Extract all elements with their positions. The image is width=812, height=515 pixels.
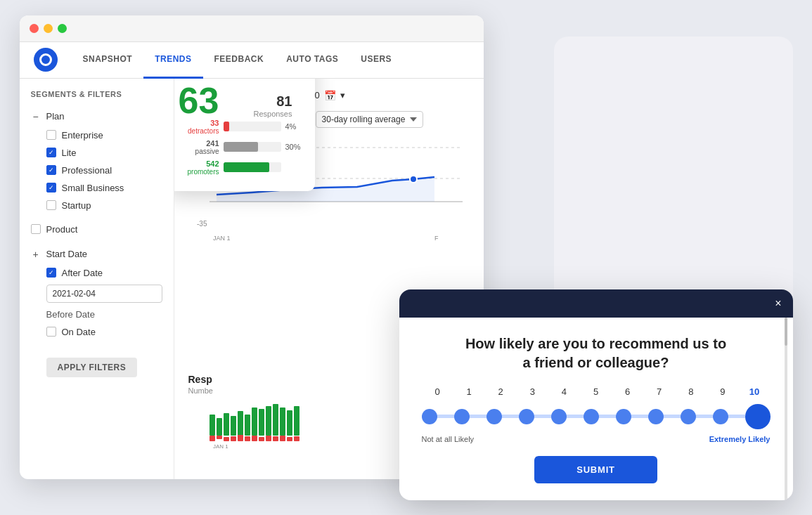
plan-filter-group: − Plan Enterprise Lite Professional <box>20 107 174 214</box>
plan-group-header[interactable]: − Plan <box>20 107 174 126</box>
scrollbar-thumb <box>785 318 787 346</box>
nps-dot-5[interactable] <box>584 409 599 424</box>
svg-rect-26 <box>238 435 243 441</box>
filter-lite[interactable]: Lite <box>20 144 174 162</box>
traffic-lights <box>30 24 67 33</box>
svg-text:-35: -35 <box>197 220 207 228</box>
professional-checkbox[interactable] <box>46 165 56 175</box>
promoters-label: promoters <box>179 168 219 176</box>
nps-dot-2[interactable] <box>486 409 502 424</box>
nps-num-7[interactable]: 7 <box>643 386 675 397</box>
nps-num-1[interactable]: 1 <box>453 386 485 397</box>
before-date-item[interactable]: Before Date <box>20 306 174 323</box>
nps-dot-3[interactable] <box>519 409 534 424</box>
lite-checkbox[interactable] <box>46 148 56 157</box>
after-date-label: After Date <box>62 268 103 278</box>
filter-professional[interactable]: Professional <box>20 162 174 179</box>
minimize-button[interactable] <box>44 24 53 33</box>
modal-close-button[interactable]: × <box>775 298 781 309</box>
detractors-pct: 4% <box>285 122 304 131</box>
rolling-average-select[interactable]: 30-day rolling average 7-day rolling ave… <box>316 111 423 128</box>
nps-dot-9[interactable] <box>713 409 728 424</box>
svg-text:JAN 1: JAN 1 <box>213 443 228 450</box>
svg-rect-25 <box>231 436 236 441</box>
svg-rect-13 <box>238 411 243 436</box>
tooltip-detractors: 33 detractors 4% <box>179 119 304 135</box>
nps-dot-10[interactable] <box>745 404 771 429</box>
tab-trends[interactable]: TRENDS <box>143 42 202 79</box>
nps-num-4[interactable]: 4 <box>548 386 580 397</box>
nps-dot-0[interactable] <box>422 409 437 424</box>
nps-label-not-likely: Not at all Likely <box>422 435 475 443</box>
promoters-bar <box>224 162 270 172</box>
detractors-bar-container <box>224 122 281 131</box>
enterprise-checkbox[interactable] <box>46 130 56 140</box>
nps-num-9[interactable]: 9 <box>707 386 738 397</box>
tab-snapshot[interactable]: SNAPSHOT <box>72 42 144 79</box>
detractors-bar <box>224 122 229 131</box>
passive-count: 241 <box>179 139 219 148</box>
app-logo <box>34 48 58 72</box>
nps-num-0[interactable]: 0 <box>422 386 453 397</box>
on-date-checkbox[interactable] <box>46 327 56 337</box>
nps-track-2 <box>502 415 519 418</box>
tooltip-card: FEB 2, 2015 - MAR 2, 2021 30-day rolling… <box>174 79 315 191</box>
nps-track-9 <box>728 415 745 418</box>
nps-dot-7[interactable] <box>648 409 664 424</box>
filter-after-date[interactable]: After Date <box>20 264 174 282</box>
svg-rect-16 <box>259 409 264 436</box>
nps-num-8[interactable]: 8 <box>675 386 707 397</box>
title-bar <box>20 15 484 42</box>
startup-checkbox[interactable] <box>46 200 56 210</box>
filter-on-date[interactable]: On Date <box>20 323 174 341</box>
professional-label: Professional <box>62 165 112 176</box>
svg-rect-31 <box>273 436 278 441</box>
small-business-checkbox[interactable] <box>46 183 56 193</box>
nps-track-0 <box>437 415 454 418</box>
nps-num-2[interactable]: 2 <box>485 386 517 397</box>
nps-dot-8[interactable] <box>681 409 696 424</box>
start-date-group-header[interactable]: + Start Date <box>20 245 174 264</box>
svg-rect-10 <box>217 418 222 436</box>
close-button[interactable] <box>30 24 39 33</box>
apply-filters-button[interactable]: APPLY FILTERS <box>46 358 138 377</box>
minus-icon: − <box>31 111 41 122</box>
svg-rect-18 <box>273 404 278 436</box>
nps-num-3[interactable]: 3 <box>517 386 548 397</box>
svg-rect-28 <box>252 436 257 441</box>
passive-pct: 30% <box>285 143 304 151</box>
filter-startup[interactable]: Startup <box>20 197 174 214</box>
modal-body: How likely are you to recommend us to a … <box>399 318 793 497</box>
after-date-checkbox[interactable] <box>46 268 56 278</box>
nps-num-6[interactable]: 6 <box>612 386 643 397</box>
nps-dot-1[interactable] <box>454 409 470 424</box>
nps-dot-6[interactable] <box>616 409 631 424</box>
small-business-label: Small Business <box>62 183 124 193</box>
tab-feedback[interactable]: FEEDBACK <box>203 42 276 79</box>
nps-num-10[interactable]: 10 <box>738 386 770 397</box>
nps-num-5[interactable]: 5 <box>580 386 612 397</box>
svg-rect-34 <box>294 436 299 441</box>
tab-auto-tags[interactable]: AUTO TAGS <box>275 42 349 79</box>
nps-dot-4[interactable] <box>551 409 567 424</box>
tab-users[interactable]: USERS <box>349 42 403 79</box>
after-date-input[interactable] <box>46 285 162 303</box>
filter-enterprise[interactable]: Enterprise <box>20 126 174 144</box>
maximize-button[interactable] <box>58 24 67 33</box>
svg-rect-22 <box>210 436 215 441</box>
product-group-header[interactable]: Product <box>20 220 174 239</box>
calendar-icon[interactable]: 📅 <box>324 90 336 101</box>
filter-small-business[interactable]: Small Business <box>20 179 174 197</box>
svg-rect-14 <box>245 415 250 436</box>
date-range-chevron: ▾ <box>340 90 345 100</box>
nps-track-4 <box>567 415 584 418</box>
detractors-label: detractors <box>179 127 219 135</box>
svg-rect-15 <box>252 408 257 436</box>
submit-button[interactable]: SUBMIT <box>534 456 657 483</box>
sidebar-title: SEGMENTS & FILTERS <box>20 90 174 107</box>
svg-rect-12 <box>231 416 236 436</box>
lite-label: Lite <box>62 148 77 158</box>
product-checkbox[interactable] <box>31 224 41 234</box>
promoters-bar-container <box>224 162 281 172</box>
svg-rect-19 <box>280 408 285 436</box>
